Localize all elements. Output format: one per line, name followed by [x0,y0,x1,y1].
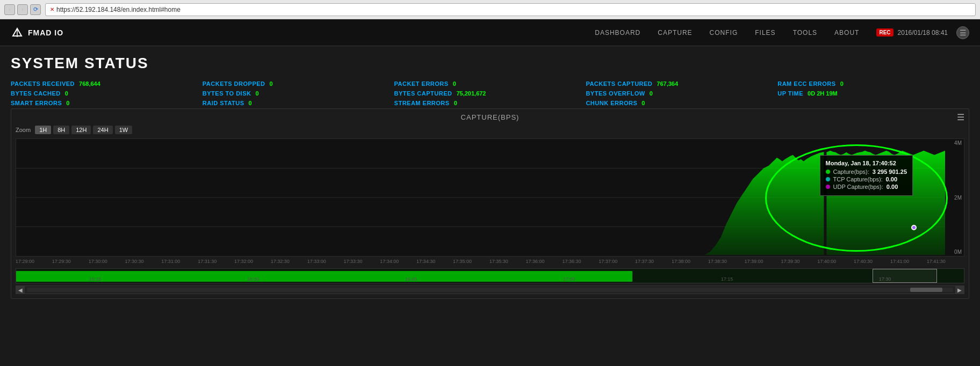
packets-captured-label: PACKETS CAPTURED [586,80,652,87]
zoom-1h[interactable]: 1H [35,126,51,134]
x-label-24: 17:41:00 [890,259,909,264]
nav-buttons[interactable]: ‹ › ⟳ [4,4,41,15]
x-label-5: 17:31:30 [198,259,217,264]
back-button[interactable]: ‹ [4,4,15,15]
scrollbar-left-button[interactable]: ◀ [16,286,25,294]
scrollbar-right-button[interactable]: ▶ [955,286,964,294]
stat-bytes-overflow: BYTES OVERFLOW 0 [586,90,777,97]
zoom-8h[interactable]: 8H [53,126,69,134]
chart-menu-button[interactable]: ☰ [957,112,964,122]
bytes-overflow-value: 0 [650,90,653,97]
stat-packets-received: PACKETS RECEIVED 768,644 [11,80,203,87]
x-label-4: 17:31:00 [161,259,180,264]
packets-dropped-label: PACKETS DROPPED [203,80,265,87]
minimap[interactable]: 16:15 16:30 16:45 17:00 17:15 17:30 [16,268,964,283]
forward-button[interactable]: › [17,4,28,15]
tooltip-capture-row: Capture(bps): 3 295 901.25 [826,169,907,175]
packet-errors-value: 0 [453,80,456,87]
x-label-14: 17:36:00 [526,259,545,264]
address-bar[interactable]: ✕ https://52.192.184.148/en.index.html#h… [45,3,976,16]
tooltip-udp-dot [826,185,830,189]
svg-marker-5 [16,151,945,255]
nav-files[interactable]: FILES [755,29,775,36]
up-time-label: UP TIME [777,90,803,97]
datetime-text: 2016/01/18 08:41 [898,29,948,36]
x-label-1: 17:29:30 [52,259,71,264]
x-label-10: 17:34:00 [380,259,399,264]
x-label-6: 17:32:00 [234,259,253,264]
bytes-overflow-label: BYTES OVERFLOW [586,90,645,97]
x-label-7: 17:32:30 [271,259,290,264]
x-label-11: 17:34:30 [416,259,435,264]
cursor-dot [911,225,917,230]
x-label-16: 17:37:00 [599,259,617,264]
x-label-0: 17:29:00 [16,259,34,264]
chart-area: 4M 2M 0M Monday, Jan 18, 17:40:52 Captur… [16,138,964,257]
stat-bytes-captured: BYTES CAPTURED 75,201,672 [394,90,586,97]
zoom-12h[interactable]: 12H [71,126,91,134]
stat-col-5: RAM ECC ERRORS 0 UP TIME 0D 2H 19M [777,80,969,106]
scrollbar-track[interactable] [27,288,953,292]
bytes-captured-label: BYTES CAPTURED [394,90,452,97]
x-label-3: 17:30:30 [125,259,143,264]
brand-name: FMAD IO [28,28,63,37]
tooltip-tcp-dot [826,177,830,181]
refresh-button[interactable]: ⟳ [30,4,41,15]
chart-title: CAPTURE(BPS) [461,113,520,121]
brand: FMAD IO [11,26,63,39]
bytes-captured-value: 75,201,672 [456,90,486,97]
stat-bytes-cached: BYTES CACHED 0 [11,90,203,97]
minimap-label-0: 16:15 [89,276,102,282]
x-label-20: 17:39:00 [745,259,763,264]
stat-col-2: PACKETS DROPPED 0 BYTES TO DISK 0 RAID S… [203,80,394,106]
zoom-24h[interactable]: 24H [93,126,112,134]
bytes-to-disk-value: 0 [255,90,258,97]
zoom-1w[interactable]: 1W [115,126,133,134]
x-label-23: 17:40:30 [854,259,873,264]
tooltip-tcp-value: 0.00 [886,176,897,182]
scrollbar-thumb[interactable] [910,288,942,292]
url-text: https://52.192.184.148/en.index.html#hom… [56,6,181,13]
minimap-labels: 16:15 16:30 16:45 17:00 17:15 17:30 [16,276,964,282]
stat-raid-status: RAID STATUS 0 [203,100,394,106]
chart-tooltip: Monday, Jan 18, 17:40:52 Capture(bps): 3… [820,155,913,196]
tooltip-capture-label: Capture(bps): [833,169,869,175]
datetime-display: REC 2016/01/18 08:41 ☰ [876,26,969,39]
packet-errors-label: PACKET ERRORS [394,80,449,87]
navbar: FMAD IO DASHBOARD CAPTURE CONFIG FILES T… [0,19,980,46]
x-label-9: 17:33:30 [343,259,362,264]
x-label-13: 17:35:30 [489,259,508,264]
stats-section: PACKETS RECEIVED 768,644 BYTES CACHED 0 … [11,80,969,106]
x-label-15: 17:36:30 [562,259,581,264]
nav-about[interactable]: ABOUT [834,29,859,36]
x-label-18: 17:38:00 [672,259,690,264]
y-axis: 4M 2M 0M [945,139,964,256]
brand-logo-icon [11,26,24,39]
stat-col-1: PACKETS RECEIVED 768,644 BYTES CACHED 0 … [11,80,203,106]
zoom-label: Zoom [16,127,31,133]
nav-links: DASHBOARD CAPTURE CONFIG FILES TOOLS ABO… [595,29,859,36]
bytes-cached-label: BYTES CACHED [11,90,61,97]
zoom-controls: Zoom 1H 8H 12H 24H 1W [16,126,964,134]
browser-chrome: ‹ › ⟳ ✕ https://52.192.184.148/en.index.… [0,0,980,19]
packets-received-value: 768,644 [79,80,100,87]
y-label-2m: 2M [945,195,964,201]
x-label-19: 17:38:30 [708,259,727,264]
main-content: SYSTEM STATUS PACKETS RECEIVED 768,644 B… [0,46,980,308]
stream-errors-value: 0 [454,100,457,106]
smart-errors-label: SMART ERRORS [11,100,62,106]
stat-ram-ecc: RAM ECC ERRORS 0 [777,80,969,87]
user-icon[interactable]: ☰ [956,26,969,39]
scrollbar[interactable]: ◀ ▶ [16,286,964,294]
nav-config[interactable]: CONFIG [710,29,738,36]
tooltip-udp-label: UDP Capture(bps): [833,184,883,190]
nav-dashboard[interactable]: DASHBOARD [595,29,640,36]
nav-capture[interactable]: CAPTURE [658,29,692,36]
minimap-handle[interactable] [873,269,937,283]
x-label-12: 17:35:00 [453,259,472,264]
tooltip-capture-dot [826,170,830,174]
chart-container: CAPTURE(BPS) ☰ Zoom 1H 8H 12H 24H 1W [11,108,969,299]
y-label-0m: 0M [945,249,964,255]
tooltip-tcp-label: TCP Capture(bps): [833,176,883,182]
nav-tools[interactable]: TOOLS [793,29,817,36]
